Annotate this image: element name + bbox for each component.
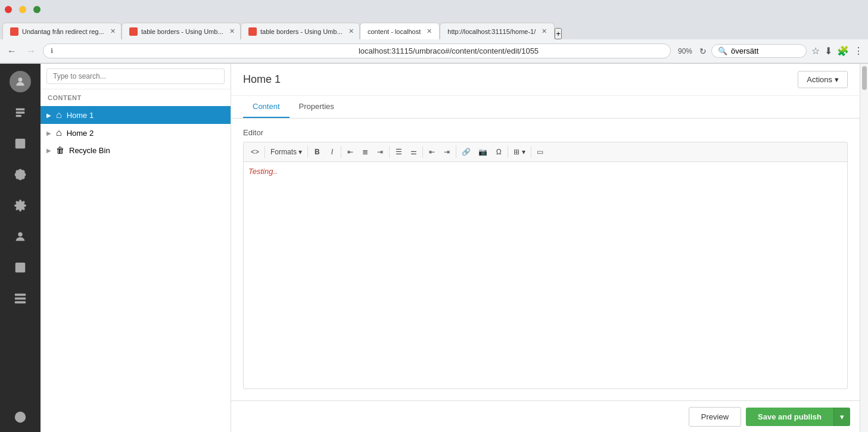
svg-rect-2 [16,111,25,114]
tab3-close[interactable]: ✕ [349,27,354,35]
actions-button[interactable]: Actions ▾ [798,71,848,88]
app-layout: CONTENT ▶ ⌂ Home 1 ▶ ⌂ Home 2 ▶ 🗑 Recycl… [0,64,868,432]
sidebar-item-help[interactable] [14,402,27,432]
minimize-window-button[interactable] [19,6,26,13]
sidebar-item-forms[interactable] [0,252,41,283]
svg-rect-15 [15,302,26,304]
search-icon: 🔍 [718,46,727,55]
editor-area: Editor <> Formats ▾ B I ⇤ ≣ ⇥ ☰ ⚌ [231,119,860,400]
fullscreen-button[interactable]: ▭ [533,145,547,159]
tree-item-recycle[interactable]: ▶ 🗑 Recycle Bin [41,142,231,158]
actions-label: Actions [807,75,832,84]
browser-tab-4[interactable]: content - localhost ✕ [360,23,440,39]
svg-rect-13 [15,294,26,296]
address-bar: ← → ℹ localhost:31115/umbraco#/content/c… [0,39,868,63]
save-publish-group: Save and publish ▾ [746,408,850,426]
tab4-close[interactable]: ✕ [427,27,432,35]
scrollbar[interactable] [860,64,868,432]
svg-rect-1 [16,108,25,111]
sidebar-item-gear[interactable] [0,190,41,221]
code-button[interactable]: <> [247,145,263,159]
tree-item-home2-label: Home 2 [67,129,94,138]
editor-label: Editor [243,128,848,137]
align-center-button[interactable]: ≣ [358,145,372,159]
image-button[interactable]: 📷 [475,145,491,159]
close-window-button[interactable] [5,6,12,13]
tab3-label: table borders - Using Umb... [260,28,343,35]
url-icon: ℹ [51,47,355,55]
title-bar [0,0,868,19]
tree-item-home2[interactable]: ▶ ⌂ Home 2 [41,124,231,142]
save-publish-button[interactable]: Save and publish [746,408,833,426]
sidebar-item-settings[interactable] [0,159,41,190]
scrollbar-thumb[interactable] [862,66,867,90]
recycle-icon: 🗑 [56,145,64,155]
save-dropdown-button[interactable]: ▾ [833,408,850,426]
tab-content[interactable]: Content [243,96,290,118]
actions-chevron-icon: ▾ [835,75,839,84]
bold-button[interactable]: B [310,145,324,159]
link-button[interactable]: 🔗 [458,145,474,159]
refresh-button[interactable]: ↻ [699,46,707,56]
tab1-close[interactable]: ✕ [110,27,116,35]
avatar[interactable] [10,71,31,92]
menu-button[interactable]: ⋮ [854,45,863,57]
tree-item-recycle-label: Recycle Bin [69,146,110,155]
browser-tab-2[interactable]: table borders - Using Umb... ✕ [122,23,241,39]
download-button[interactable]: ⬇ [825,45,832,57]
formats-button[interactable]: Formats ▾ [267,145,306,159]
bullet-list-button[interactable]: ☰ [391,145,406,159]
tab1-favicon [10,27,18,36]
forward-button[interactable]: → [24,45,38,58]
url-bar[interactable]: ℹ localhost:31115/umbraco#/content/conte… [43,43,671,58]
tab-properties[interactable]: Properties [290,96,344,118]
section-label: CONTENT [41,89,231,106]
expand-arrow-home1: ▶ [46,112,54,119]
browser-tab-3[interactable]: table borders - Using Umb... ✕ [241,23,360,39]
table-button[interactable]: ⊞ ▾ [510,145,528,159]
align-right-button[interactable]: ⇥ [373,145,387,159]
bookmark-button[interactable]: ☆ [811,45,820,57]
new-tab-button[interactable]: + [555,28,562,39]
italic-button[interactable]: I [325,145,339,159]
home1-icon: ⌂ [56,110,62,120]
footer: Preview Save and publish ▾ [231,400,860,432]
sidebar-item-media[interactable] [0,128,41,159]
sep8 [531,146,531,158]
sep1 [265,146,265,158]
sidebar-item-data[interactable] [0,283,41,314]
home2-icon: ⌂ [56,128,62,138]
extension-button[interactable]: 🧩 [837,45,849,57]
special-chars-button[interactable]: Ω [491,145,506,159]
svg-rect-9 [15,263,26,273]
tab2-close[interactable]: ✕ [229,27,235,35]
browser-tab-5[interactable]: http://localhost:31115/home-1/ ✕ [440,23,555,39]
tab2-label: table borders - Using Umb... [141,28,223,35]
main-area: Home 1 Actions ▾ Content Properties Edit… [231,64,860,432]
zoom-badge[interactable]: 90% [676,47,695,55]
tab1-label: Undantag från redirect reg... [22,28,104,35]
sidebar-item-users[interactable] [0,221,41,252]
browser-tabs-bar: Undantag från redirect reg... ✕ table bo… [0,19,868,39]
outdent-button[interactable]: ⇤ [425,145,439,159]
indent-button[interactable]: ⇥ [440,145,454,159]
editor-content[interactable]: Testing.. [244,162,847,389]
align-left-button[interactable]: ⇤ [343,145,357,159]
tree-item-home1[interactable]: ▶ ⌂ Home 1 [41,106,231,124]
back-button[interactable]: ← [5,45,19,58]
save-dropdown-icon: ▾ [840,412,844,421]
preview-button[interactable]: Preview [689,407,741,427]
expand-arrow-recycle: ▶ [46,147,54,154]
svg-point-8 [18,232,22,237]
search-input[interactable] [46,69,225,84]
url-text: localhost:31115/umbraco#/content/content… [359,46,663,55]
browser-tab-1[interactable]: Undantag från redirect reg... ✕ [2,23,122,39]
ordered-list-button[interactable]: ⚌ [406,145,421,159]
search-text: översätt [731,46,758,55]
tab5-close[interactable]: ✕ [542,27,547,35]
browser-search-bar[interactable]: 🔍 översätt [711,44,807,58]
maximize-window-button[interactable] [33,6,41,13]
main-header: Home 1 Actions ▾ [231,64,860,96]
search-box [41,64,231,89]
sidebar-item-content[interactable] [0,97,41,128]
